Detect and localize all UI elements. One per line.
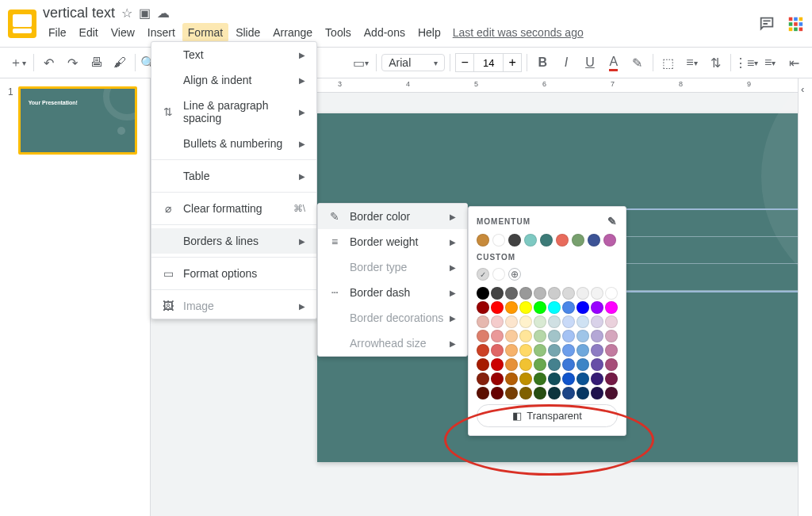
borders-item-border-weight[interactable]: ≡Border weight▶ bbox=[318, 229, 467, 254]
color-swatch[interactable] bbox=[576, 344, 589, 357]
custom-color-swatch[interactable] bbox=[492, 268, 505, 281]
format-item-table[interactable]: Table▶ bbox=[151, 163, 316, 189]
color-swatch[interactable] bbox=[519, 358, 532, 371]
color-swatch[interactable] bbox=[605, 287, 618, 300]
color-swatch[interactable] bbox=[491, 358, 504, 371]
color-swatch[interactable] bbox=[605, 373, 618, 385]
color-swatch[interactable] bbox=[576, 373, 589, 385]
menu-view[interactable]: View bbox=[105, 23, 140, 42]
color-swatch[interactable] bbox=[505, 301, 518, 314]
momentum-swatch[interactable] bbox=[588, 234, 600, 247]
color-swatch[interactable] bbox=[576, 330, 589, 342]
momentum-swatch[interactable] bbox=[603, 234, 616, 247]
cloud-icon[interactable]: ☁ bbox=[157, 6, 170, 21]
momentum-swatch[interactable] bbox=[492, 234, 505, 247]
color-swatch[interactable] bbox=[477, 330, 489, 342]
color-swatch[interactable] bbox=[534, 358, 546, 371]
color-swatch[interactable] bbox=[477, 287, 489, 300]
fill-color-button[interactable]: ▭▾ bbox=[350, 52, 371, 73]
color-swatch[interactable] bbox=[548, 344, 561, 357]
custom-color-swatch[interactable] bbox=[477, 268, 489, 281]
color-swatch[interactable] bbox=[491, 330, 504, 342]
menu-arrange[interactable]: Arrange bbox=[267, 23, 318, 42]
color-swatch[interactable] bbox=[505, 344, 518, 357]
print-button[interactable]: 🖶 bbox=[86, 52, 107, 73]
color-swatch[interactable] bbox=[491, 387, 504, 399]
color-swatch[interactable] bbox=[562, 373, 575, 385]
paint-format-button[interactable]: 🖌 bbox=[110, 52, 131, 73]
color-swatch[interactable] bbox=[576, 315, 589, 328]
format-item-line-paragraph-spacing[interactable]: ⇅Line & paragraph spacing▶ bbox=[151, 93, 316, 131]
format-item-text[interactable]: Text▶ bbox=[151, 42, 316, 67]
color-swatch[interactable] bbox=[548, 373, 561, 385]
move-icon[interactable]: ▣ bbox=[139, 6, 151, 21]
align-button[interactable]: ≡▾ bbox=[682, 52, 703, 73]
star-icon[interactable]: ☆ bbox=[121, 6, 132, 21]
indent-button[interactable]: ⇤ bbox=[783, 52, 804, 73]
color-swatch[interactable] bbox=[477, 344, 489, 357]
color-swatch[interactable] bbox=[562, 387, 575, 399]
italic-button[interactable]: I bbox=[556, 52, 576, 73]
last-edit-link[interactable]: Last edit was seconds ago bbox=[453, 23, 584, 42]
color-swatch[interactable] bbox=[519, 301, 532, 314]
color-swatch[interactable] bbox=[548, 315, 561, 328]
color-swatch[interactable] bbox=[491, 315, 504, 328]
edit-theme-colors-icon[interactable]: ✎ bbox=[607, 215, 618, 227]
color-swatch[interactable] bbox=[477, 387, 489, 399]
color-swatch[interactable] bbox=[519, 330, 532, 342]
color-swatch[interactable] bbox=[491, 373, 504, 385]
format-item-borders-lines[interactable]: Borders & lines▶ bbox=[151, 228, 316, 254]
color-swatch[interactable] bbox=[591, 373, 603, 385]
color-swatch[interactable] bbox=[576, 301, 589, 314]
color-swatch[interactable] bbox=[534, 373, 546, 385]
color-swatch[interactable] bbox=[548, 358, 561, 371]
color-swatch[interactable] bbox=[505, 330, 518, 342]
text-color-button[interactable]: A bbox=[603, 52, 624, 73]
document-title[interactable]: vertical text bbox=[43, 5, 115, 21]
redo-button[interactable]: ↷ bbox=[63, 52, 83, 73]
color-swatch[interactable] bbox=[562, 358, 575, 371]
color-swatch[interactable] bbox=[519, 373, 532, 385]
color-swatch[interactable] bbox=[591, 287, 603, 300]
font-size-value[interactable]: 14 bbox=[474, 53, 503, 72]
color-swatch[interactable] bbox=[562, 315, 575, 328]
color-swatch[interactable] bbox=[519, 344, 532, 357]
color-swatch[interactable] bbox=[477, 315, 489, 328]
apps-grid-icon[interactable] bbox=[787, 15, 804, 32]
color-swatch[interactable] bbox=[491, 344, 504, 357]
color-swatch[interactable] bbox=[576, 387, 589, 399]
color-swatch[interactable] bbox=[505, 387, 518, 399]
font-size-decrease[interactable]: − bbox=[455, 53, 474, 72]
slides-app-icon[interactable] bbox=[8, 10, 36, 38]
menu-format[interactable]: Format bbox=[182, 23, 228, 42]
slide-thumbnail[interactable]: 1 Your Presentation! bbox=[8, 86, 142, 155]
borders-item-border-color[interactable]: ✎Border color▶ bbox=[318, 204, 467, 229]
menu-insert[interactable]: Insert bbox=[142, 23, 181, 42]
format-item-clear-formatting[interactable]: ⌀Clear formatting⌘\ bbox=[151, 196, 316, 221]
color-swatch[interactable] bbox=[576, 287, 589, 300]
font-size-increase[interactable]: + bbox=[503, 53, 522, 72]
color-swatch[interactable] bbox=[534, 344, 546, 357]
color-swatch[interactable] bbox=[591, 315, 603, 328]
underline-button[interactable]: U bbox=[580, 52, 600, 73]
highlight-button[interactable]: ✎ bbox=[627, 52, 648, 73]
color-swatch[interactable] bbox=[591, 330, 603, 342]
color-swatch[interactable] bbox=[534, 301, 546, 314]
color-swatch[interactable] bbox=[534, 330, 546, 342]
color-swatch[interactable] bbox=[605, 315, 618, 328]
menu-slide[interactable]: Slide bbox=[230, 23, 266, 42]
menu-file[interactable]: File bbox=[43, 23, 72, 42]
expand-rail-button[interactable]: ‹ bbox=[801, 83, 804, 95]
color-swatch[interactable] bbox=[562, 301, 575, 314]
momentum-swatch[interactable] bbox=[508, 234, 521, 247]
color-swatch[interactable] bbox=[491, 301, 504, 314]
new-slide-button[interactable]: ＋▾ bbox=[8, 52, 29, 73]
bulleted-list-button[interactable]: ⋮≡▾ bbox=[736, 52, 756, 73]
color-swatch[interactable] bbox=[505, 315, 518, 328]
color-swatch[interactable] bbox=[477, 373, 489, 385]
numbered-list-button[interactable]: ≡▾ bbox=[760, 52, 780, 73]
menu-addons[interactable]: Add-ons bbox=[358, 23, 411, 42]
color-swatch[interactable] bbox=[491, 287, 504, 300]
format-item-format-options[interactable]: ▭Format options bbox=[151, 261, 316, 286]
color-swatch[interactable] bbox=[591, 358, 603, 371]
